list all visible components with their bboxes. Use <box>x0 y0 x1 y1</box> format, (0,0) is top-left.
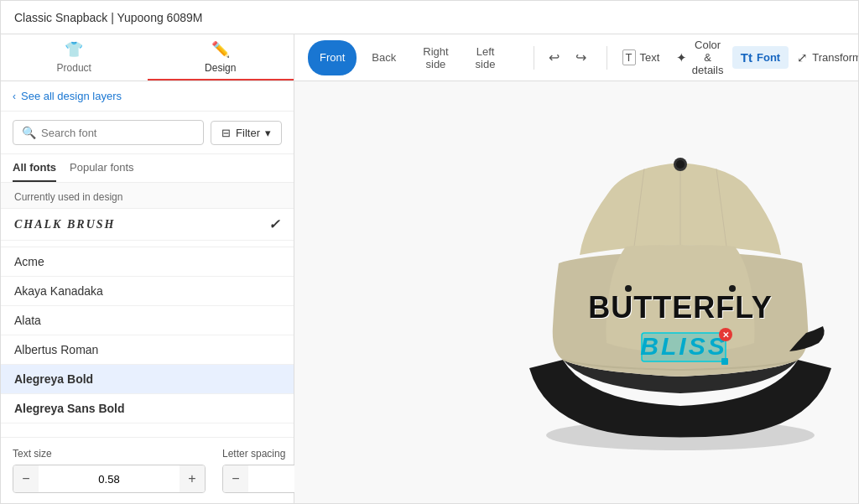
currently-used-header: Currently used in design <box>1 183 294 209</box>
filter-icon: ⊟ <box>221 127 231 139</box>
tool-color-button[interactable]: ✦ Color & details <box>668 34 731 81</box>
undo-redo-group: ↩ ↪ <box>541 45 593 70</box>
section-spacer <box>1 241 294 247</box>
font-name: Albertus Roman <box>14 343 98 356</box>
font-tool-icon: Tt <box>741 50 752 65</box>
product-icon: 👕 <box>65 40 83 59</box>
tool-transform-button[interactable]: ⤢ Transform <box>789 46 858 70</box>
font-item-alata[interactable]: Alata <box>1 306 294 335</box>
canvas-area: BUTTERFLY BLISS ✕ <box>294 81 858 503</box>
page-title: Classic Snapback | Yupoong 6089M <box>14 11 202 24</box>
toolbar-separator-2 <box>607 46 607 70</box>
current-font-item[interactable]: CHALK BRUSH ✓ <box>1 209 294 241</box>
font-item-alegreya-bold[interactable]: Alegreya Bold <box>1 365 294 394</box>
back-link[interactable]: ‹ See all design layers <box>1 81 294 112</box>
view-tab-front[interactable]: Front <box>308 40 357 75</box>
toolbar-separator-1 <box>534 46 534 70</box>
filter-button[interactable]: ⊟ Filter ▾ <box>211 121 282 145</box>
app-wrapper: Classic Snapback | Yupoong 6089M 👕 Produ… <box>0 0 859 504</box>
tab-popular-fonts[interactable]: Popular fonts <box>70 161 134 182</box>
hat-svg: BUTTERFLY BLISS ✕ <box>479 125 858 460</box>
svg-rect-13 <box>721 358 728 365</box>
tab-all-fonts[interactable]: All fonts <box>13 161 56 182</box>
text-size-plus-button[interactable]: + <box>180 465 205 492</box>
tab-design[interactable]: ✏️ Design <box>148 34 294 81</box>
checkmark-icon: ✓ <box>268 216 280 232</box>
svg-point-5 <box>676 160 685 169</box>
font-name: Acme <box>14 255 44 268</box>
undo-button[interactable]: ↩ <box>541 45 566 70</box>
main-area: 👕 Product ✏️ Design ‹ See all design lay… <box>1 34 858 503</box>
font-name: Alegreya Sans Bold <box>14 402 125 415</box>
tab-bar: 👕 Product ✏️ Design <box>1 34 294 81</box>
text-size-controls: − + <box>13 465 206 493</box>
design-icon: ✏️ <box>211 40 230 59</box>
filter-chevron-icon: ▾ <box>265 127 271 139</box>
font-item-albertus[interactable]: Albertus Roman <box>1 335 294 365</box>
transform-tool-icon: ⤢ <box>797 50 808 65</box>
text-size-minus-button[interactable]: − <box>13 465 39 492</box>
current-font-name: CHALK BRUSH <box>14 218 115 231</box>
view-tabs: Front Back Right side Left side <box>308 40 507 75</box>
search-input[interactable] <box>41 127 195 139</box>
font-name: Alata <box>14 314 41 327</box>
text-size-label: Text size <box>13 448 206 460</box>
tool-text-button[interactable]: T Text <box>614 45 669 70</box>
tool-font-label: Font <box>757 51 780 64</box>
view-tab-right[interactable]: Right side <box>411 40 460 75</box>
svg-text:✕: ✕ <box>722 330 729 340</box>
back-link-label: See all design layers <box>21 90 122 102</box>
color-tool-icon: ✦ <box>676 50 687 65</box>
font-name: Alegreya Bold <box>14 372 93 386</box>
search-icon: 🔍 <box>22 126 36 139</box>
svg-text:BLISS: BLISS <box>641 332 727 360</box>
search-area: 🔍 ⊟ Filter ▾ <box>1 112 294 154</box>
font-name: Akaya Kanadaka <box>14 284 103 298</box>
right-area: Front Back Right side Left side ↩ ↪ T Te… <box>294 34 858 503</box>
tool-text-label: Text <box>640 51 660 64</box>
svg-text:BUTTERFLY: BUTTERFLY <box>589 290 773 325</box>
font-item-akaya[interactable]: Akaya Kanadaka <box>1 277 294 306</box>
left-panel: 👕 Product ✏️ Design ‹ See all design lay… <box>1 34 294 503</box>
tool-font-button[interactable]: Tt Font <box>732 46 789 69</box>
tool-transform-label: Transform <box>812 51 858 64</box>
header: Classic Snapback | Yupoong 6089M <box>1 1 858 34</box>
text-tool-icon: T <box>622 49 636 65</box>
view-tab-left[interactable]: Left side <box>464 40 508 75</box>
tab-product[interactable]: 👕 Product <box>1 34 148 81</box>
font-item-acme[interactable]: Acme <box>1 247 294 277</box>
font-list-container[interactable]: Currently used in design CHALK BRUSH ✓ A… <box>1 183 294 437</box>
tab-product-label: Product <box>57 62 91 74</box>
hat-container: BUTTERFLY BLISS ✕ <box>479 125 858 460</box>
back-arrow-icon: ‹ <box>13 91 16 102</box>
view-tab-back[interactable]: Back <box>360 40 408 75</box>
font-tabs: All fonts Popular fonts <box>1 154 294 183</box>
font-item-alegreya-sans-bold[interactable]: Alegreya Sans Bold <box>1 394 294 423</box>
redo-button[interactable]: ↪ <box>568 45 593 70</box>
filter-label: Filter <box>236 127 260 139</box>
tab-design-label: Design <box>205 62 236 74</box>
top-toolbar: Front Back Right side Left side ↩ ↪ T Te… <box>294 34 858 81</box>
sizing-area: Text size − + Letter spacing − + <box>1 437 294 503</box>
search-input-wrapper: 🔍 <box>13 120 204 145</box>
tool-color-label: Color & details <box>691 39 723 76</box>
text-size-group: Text size − + <box>13 448 206 493</box>
letter-spacing-minus-button[interactable]: − <box>223 465 248 492</box>
text-size-input[interactable] <box>39 465 180 492</box>
